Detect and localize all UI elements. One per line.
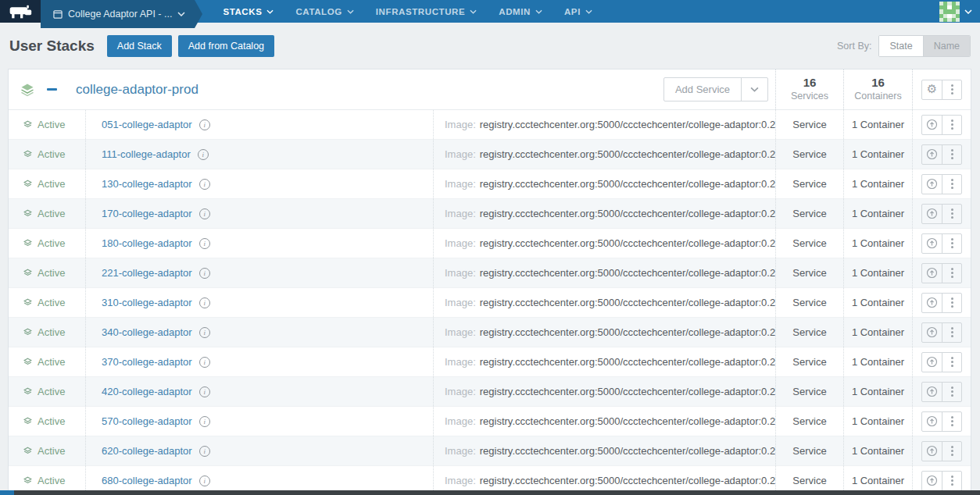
service-name-link[interactable]: 680-college-adaptor xyxy=(102,475,192,486)
info-icon[interactable]: i xyxy=(199,119,210,130)
upgrade-service-button[interactable] xyxy=(922,383,942,401)
image-label: Image: xyxy=(445,326,476,338)
add-stack-button[interactable]: Add Stack xyxy=(107,35,172,57)
service-name-link[interactable]: 130-college-adaptor xyxy=(102,178,192,190)
info-icon[interactable]: i xyxy=(199,297,210,308)
collapse-stack-button[interactable] xyxy=(47,88,57,91)
service-name-link[interactable]: 310-college-adaptor xyxy=(102,297,192,308)
nav-menu-item[interactable]: INFRASTRUCTURE xyxy=(365,0,488,23)
service-name-link[interactable]: 111-college-adaptor xyxy=(102,148,191,160)
rancher-logo[interactable] xyxy=(0,0,41,23)
nav-menu-item[interactable]: ADMIN xyxy=(488,0,553,23)
image-value: registry.ccctechcenter.org:5000/ccctechc… xyxy=(480,148,775,160)
info-icon[interactable]: i xyxy=(199,386,210,397)
service-name-link[interactable]: 420-college-adaptor xyxy=(102,386,192,397)
service-type-cell: Service xyxy=(775,318,843,347)
image-label: Image: xyxy=(445,237,476,249)
service-type-cell: Service xyxy=(775,407,843,436)
add-service-button[interactable]: Add Service xyxy=(663,77,768,101)
stack-menu-button[interactable] xyxy=(942,80,961,99)
service-menu-button[interactable] xyxy=(942,145,961,164)
upgrade-service-button[interactable] xyxy=(922,294,942,312)
upgrade-service-button[interactable] xyxy=(922,442,942,461)
service-menu-button[interactable] xyxy=(942,234,961,253)
nav-menu-item[interactable]: STACKS xyxy=(212,0,284,23)
service-row: Active 051-college-adaptor i Image: regi… xyxy=(9,110,971,140)
info-icon[interactable]: i xyxy=(199,208,210,219)
upgrade-service-button[interactable] xyxy=(922,175,942,194)
service-state-icon xyxy=(23,179,33,189)
upgrade-service-button[interactable] xyxy=(922,472,942,490)
service-menu-button[interactable] xyxy=(942,383,961,401)
service-menu-button[interactable] xyxy=(942,442,961,461)
image-label: Image: xyxy=(445,148,476,160)
service-name-link[interactable]: 051-college-adaptor xyxy=(102,119,192,130)
service-name-link[interactable]: 170-college-adaptor xyxy=(102,208,192,219)
stack-name-link[interactable]: college-adaptor-prod xyxy=(76,82,199,98)
chevron-down-icon xyxy=(750,87,759,92)
info-icon[interactable]: i xyxy=(199,179,210,190)
upgrade-service-button[interactable] xyxy=(922,353,942,372)
service-row: Active 221-college-adaptor i Image: regi… xyxy=(9,258,971,288)
info-icon[interactable]: i xyxy=(199,268,210,279)
info-icon[interactable]: i xyxy=(198,149,209,160)
sort-by-state-button[interactable]: State xyxy=(879,36,922,56)
service-name-link[interactable]: 221-college-adaptor xyxy=(102,267,192,279)
image-value: registry.ccctechcenter.org:5000/ccctechc… xyxy=(480,386,775,397)
upgrade-service-button[interactable] xyxy=(922,145,942,164)
image-label: Image: xyxy=(445,386,476,397)
image-value: registry.ccctechcenter.org:5000/ccctechc… xyxy=(480,119,775,130)
service-state-icon xyxy=(23,297,33,308)
service-name-link[interactable]: 180-college-adaptor xyxy=(102,237,192,249)
service-scale-cell: 1 Container xyxy=(843,407,912,436)
service-menu-button[interactable] xyxy=(942,116,961,134)
page-header: User Stacks Add Stack Add from Catalog S… xyxy=(0,23,980,69)
service-scale-cell: 1 Container xyxy=(843,169,912,198)
service-state-label: Active xyxy=(38,326,65,338)
add-from-catalog-button[interactable]: Add from Catalog xyxy=(178,35,274,57)
service-menu-button[interactable] xyxy=(942,353,961,372)
service-action-group xyxy=(921,204,962,224)
user-menu[interactable] xyxy=(939,0,980,23)
upgrade-service-button[interactable] xyxy=(922,116,942,134)
service-name-link[interactable]: 370-college-adaptor xyxy=(102,356,192,368)
service-type-cell: Service xyxy=(775,169,843,198)
sort-by-name-button[interactable]: Name xyxy=(923,36,970,56)
info-icon[interactable]: i xyxy=(199,475,210,486)
add-service-caret[interactable] xyxy=(741,78,767,101)
upgrade-icon xyxy=(926,178,938,190)
service-state-label: Active xyxy=(38,445,65,457)
upgrade-service-button[interactable] xyxy=(922,412,942,431)
service-action-group xyxy=(921,322,962,343)
service-state-cell: Active xyxy=(9,377,85,406)
nav-menu-item[interactable]: API xyxy=(553,0,603,23)
service-scale-cell: 1 Container xyxy=(843,347,912,376)
service-name-link[interactable]: 620-college-adaptor xyxy=(102,445,192,457)
upgrade-service-button[interactable] xyxy=(922,323,942,342)
footer-accent-block xyxy=(0,490,14,495)
service-actions-cell xyxy=(912,347,971,376)
service-action-group xyxy=(921,471,962,491)
stack-settings-button[interactable]: ⚙ xyxy=(922,80,942,99)
service-menu-button[interactable] xyxy=(942,472,961,490)
info-icon[interactable]: i xyxy=(199,357,210,368)
environment-selector[interactable]: College Adaptor API - ... xyxy=(41,0,195,28)
info-icon[interactable]: i xyxy=(199,327,210,338)
service-name-link[interactable]: 340-college-adaptor xyxy=(102,326,192,338)
service-menu-button[interactable] xyxy=(942,412,961,431)
service-menu-button[interactable] xyxy=(942,264,961,283)
upgrade-service-button[interactable] xyxy=(922,205,942,223)
info-icon[interactable]: i xyxy=(199,416,210,427)
image-label: Image: xyxy=(445,445,476,457)
service-menu-button[interactable] xyxy=(942,175,961,194)
upgrade-service-button[interactable] xyxy=(922,234,942,253)
service-name-link[interactable]: 570-college-adaptor xyxy=(102,415,192,427)
kebab-icon xyxy=(951,179,953,189)
info-icon[interactable]: i xyxy=(199,238,210,249)
service-menu-button[interactable] xyxy=(942,294,961,312)
upgrade-service-button[interactable] xyxy=(922,264,942,283)
info-icon[interactable]: i xyxy=(199,446,210,457)
service-menu-button[interactable] xyxy=(942,205,961,223)
nav-menu-item[interactable]: CATALOG xyxy=(284,0,364,23)
service-menu-button[interactable] xyxy=(942,323,961,342)
